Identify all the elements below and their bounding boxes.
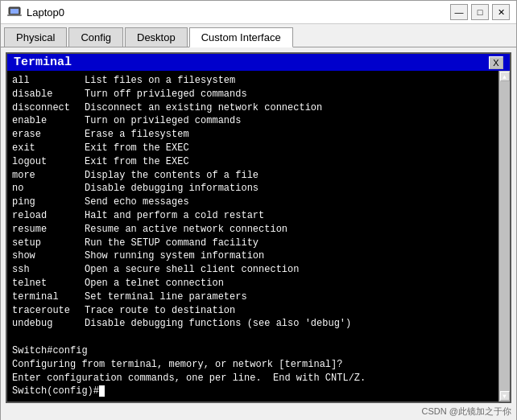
terminal-body[interactable]: allList files on a filesystem disableTur… — [7, 71, 510, 401]
list-item: allList files on a filesystem — [12, 74, 492, 88]
list-item: moreDisplay the contents of a file — [12, 169, 492, 183]
list-item: telnetOpen a telnet connection — [12, 277, 492, 290]
list-item: undebugDisable debugging functions (see … — [12, 317, 492, 331]
list-item: disableTurn off privileged commands — [12, 88, 492, 101]
svg-rect-2 — [7, 14, 22, 16]
watermark-text: CSDN @此镜加之于你 — [422, 406, 511, 416]
scroll-track — [500, 81, 510, 391]
terminal-close-button[interactable]: X — [489, 56, 503, 69]
terminal-content: allList files on a filesystem disableTur… — [12, 74, 505, 398]
list-item: exitExit from the EXEC — [12, 142, 492, 155]
list-item: sshOpen a secure shell client connection — [12, 263, 492, 277]
list-item: enableTurn on privileged commands — [12, 114, 492, 128]
session-line: Configuring from terminal, memory, or ne… — [12, 358, 492, 372]
tab-desktop[interactable]: Desktop — [125, 27, 188, 47]
list-item: terminalSet terminal line parameters — [12, 290, 492, 304]
list-item: logoutExit from the EXEC — [12, 155, 492, 169]
watermark-area: CSDN @此镜加之于你 — [6, 405, 511, 418]
terminal-title: Terminal — [14, 56, 72, 69]
maximize-button[interactable]: □ — [471, 4, 489, 20]
terminal-header: Terminal X — [7, 54, 510, 71]
title-bar: Laptop0 — □ ✕ — [1, 1, 516, 24]
list-item: reloadHalt and perform a cold restart — [12, 209, 492, 223]
list-item: eraseErase a filesystem — [12, 128, 492, 142]
scrollbar[interactable]: ▲ ▼ — [498, 71, 510, 401]
blank-line — [12, 331, 492, 344]
session-line: Enter configuration commands, one per li… — [12, 372, 492, 385]
svg-rect-1 — [10, 9, 19, 14]
terminal-container: Terminal X allList files on a filesystem… — [6, 52, 511, 403]
laptop-icon — [7, 5, 22, 19]
list-item: tracerouteTrace route to destination — [12, 304, 492, 318]
title-buttons: — □ ✕ — [450, 4, 510, 20]
list-item: noDisable debugging informations — [12, 182, 492, 196]
session-line: Switch#config — [12, 344, 492, 358]
minimize-button[interactable]: — — [450, 4, 468, 20]
window-title: Laptop0 — [27, 6, 64, 19]
tab-bar: Physical Config Desktop Custom Interface — [1, 24, 516, 47]
main-window: Laptop0 — □ ✕ Physical Config Desktop Cu… — [0, 0, 517, 420]
content-area: Terminal X allList files on a filesystem… — [1, 47, 516, 420]
tab-physical[interactable]: Physical — [4, 27, 67, 47]
list-item: disconnectDisconnect an existing network… — [12, 101, 492, 115]
tab-custom-interface[interactable]: Custom Interface — [189, 27, 293, 47]
list-item: showShow running system information — [12, 249, 492, 263]
list-item: pingSend echo messages — [12, 196, 492, 209]
title-bar-left: Laptop0 — [7, 5, 64, 19]
scroll-down-button[interactable]: ▼ — [500, 391, 510, 401]
list-item: resumeResume an active network connectio… — [12, 223, 492, 237]
close-button[interactable]: ✕ — [492, 4, 510, 20]
list-item: setupRun the SETUP command facility — [12, 237, 492, 250]
scroll-up-button[interactable]: ▲ — [500, 72, 510, 81]
prompt-line: Switch(config)# — [12, 385, 492, 398]
tab-config[interactable]: Config — [68, 27, 123, 47]
